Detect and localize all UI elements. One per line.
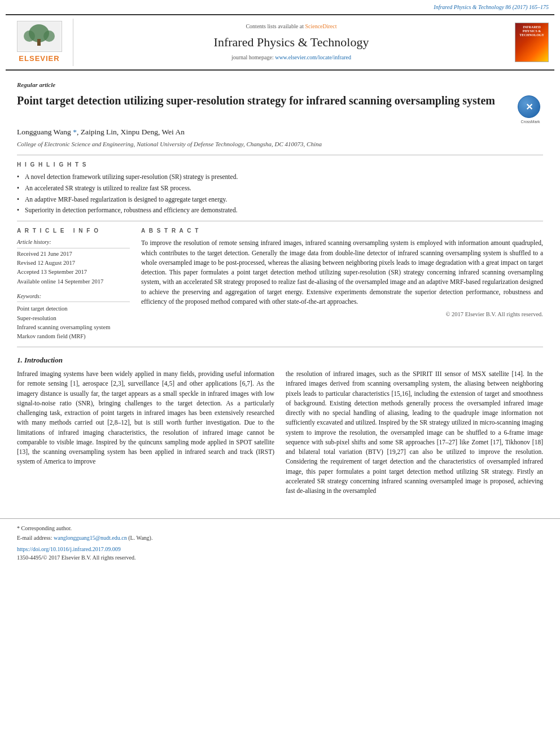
footer-links: https://doi.org/10.1016/j.infrared.2017.… (17, 545, 543, 562)
highlight-item-1: A novel detection framework utilizing su… (17, 172, 543, 182)
main-content: Regular article Point target detection u… (0, 71, 560, 507)
divider-before-intro (17, 347, 543, 347)
article-info-abstract-row: A R T I C L E I N F O Article history: R… (17, 227, 543, 341)
received-date: Received 21 June 2017 (17, 250, 130, 258)
crossmark-circle: ✕ (518, 95, 540, 118)
svg-point-4 (43, 30, 55, 42)
highlights-section: H I G H L I G H T S A novel detection fr… (17, 161, 543, 215)
introduction-section: 1. Introduction Infrared imaging systems… (17, 355, 543, 496)
highlight-item-3: An adaptive MRF-based regularization is … (17, 195, 543, 204)
page: Infrared Physics & Technology 86 (2017) … (0, 0, 560, 747)
footnote-email: E-mail address: wanglongguang15@nudt.edu… (17, 534, 543, 543)
journal-header-center: Contents lists available at ScienceDirec… (73, 19, 509, 67)
journal-header-banner: ELSEVIER Contents lists available at Sci… (6, 14, 554, 71)
keyword-4: Markov random field (MRF) (17, 332, 130, 340)
cover-text: INFRARED PHYSICS & TECHNOLOGY (517, 25, 547, 38)
article-title: Point target detection utilizing super-r… (17, 93, 518, 108)
doi-link[interactable]: https://doi.org/10.1016/j.infrared.2017.… (17, 545, 543, 554)
crossmark-badge: ✕ CrossMark (518, 95, 543, 121)
abstract-label: A B S T R A C T (141, 227, 543, 235)
copyright-text: © 2017 Elsevier B.V. All rights reserved… (141, 310, 543, 318)
article-title-row: Point target detection utilizing super-r… (17, 93, 543, 121)
authors: Longguang Wang *, Zaiping Lin, Xinpu Den… (17, 126, 543, 138)
accepted-date: Accepted 13 September 2017 (17, 268, 130, 276)
article-history-label: Article history: (17, 238, 130, 248)
crossmark-x-icon: ✕ (526, 101, 533, 113)
author-rest: , Zaiping Lin, Xinpu Deng, Wei An (77, 128, 185, 136)
article-type: Regular article (17, 81, 543, 90)
intro-body-columns: Infrared imaging systems have been widel… (17, 369, 543, 496)
article-history-block: Article history: Received 21 June 2017 R… (17, 238, 130, 285)
elsevier-wordmark: ELSEVIER (19, 54, 59, 64)
journal-cover-area: INFRARED PHYSICS & TECHNOLOGY (509, 19, 554, 67)
keyword-2: Super-resolution (17, 314, 130, 322)
email-value[interactable]: wanglongguang15@nudt.edu.cn (54, 535, 127, 541)
highlights-label: H I G H L I G H T S (17, 161, 543, 169)
intro-right-col: the resolution of infrared images, such … (286, 369, 543, 496)
article-info-label: A R T I C L E I N F O (17, 227, 130, 235)
journal-cover-thumbnail: INFRARED PHYSICS & TECHNOLOGY (515, 23, 549, 62)
abstract-text: To improve the resolution of remote sens… (141, 238, 543, 307)
elsevier-logo-image (17, 21, 62, 52)
journal-title: Infrared Physics & Technology (214, 33, 369, 51)
highlight-item-4: Superiority in detection performance, ro… (17, 206, 543, 215)
crossmark-label: CrossMark (518, 119, 543, 125)
available-date: Available online 14 September 2017 (17, 277, 130, 286)
author-longguang: Longguang Wang (17, 128, 73, 136)
divider-after-affiliation (17, 155, 543, 155)
page-footer: * Corresponding author. E-mail address: … (0, 518, 560, 567)
elsevier-logo-area: ELSEVIER (6, 19, 73, 67)
issn-text: 1350-4495/© 2017 Elsevier B.V. All right… (17, 554, 543, 562)
intro-left-col: Infrared imaging systems have been widel… (17, 369, 274, 496)
author-star: * (73, 128, 77, 136)
email-suffix: (L. Wang). (128, 535, 152, 541)
svg-point-3 (24, 30, 35, 42)
keyword-3: Infrared scanning oversampling system (17, 323, 130, 331)
highlights-list: A novel detection framework utilizing su… (17, 172, 543, 215)
footnote-corresponding: * Corresponding author. (17, 525, 543, 533)
email-label: E-mail address: (17, 535, 52, 541)
citation-text: Infrared Physics & Technology 86 (2017) … (434, 4, 549, 10)
elsevier-logo: ELSEVIER (17, 21, 62, 64)
keywords-block: Keywords: Point target detection Super-r… (17, 292, 130, 340)
revised-date: Revised 12 August 2017 (17, 259, 130, 267)
homepage-url[interactable]: www.elsevier.com/locate/infrared (275, 54, 351, 60)
intro-title: 1. Introduction (17, 355, 543, 366)
abstract-column: A B S T R A C T To improve the resolutio… (141, 227, 543, 341)
sciencedirect-link[interactable]: ScienceDirect (305, 23, 336, 29)
divider-after-highlights (17, 221, 543, 221)
keywords-label: Keywords: (17, 292, 130, 303)
affiliation: College of Electronic Science and Engine… (17, 140, 543, 149)
article-info-column: A R T I C L E I N F O Article history: R… (17, 227, 130, 341)
journal-homepage: journal homepage: www.elsevier.com/locat… (231, 54, 351, 62)
contents-available-text: Contents lists available at ScienceDirec… (246, 23, 336, 31)
highlight-item-2: An accelerated SR strategy is utilized t… (17, 184, 543, 193)
journal-citation: Infrared Physics & Technology 86 (2017) … (0, 0, 560, 14)
keyword-1: Point target detection (17, 304, 130, 313)
svg-rect-2 (37, 39, 41, 46)
